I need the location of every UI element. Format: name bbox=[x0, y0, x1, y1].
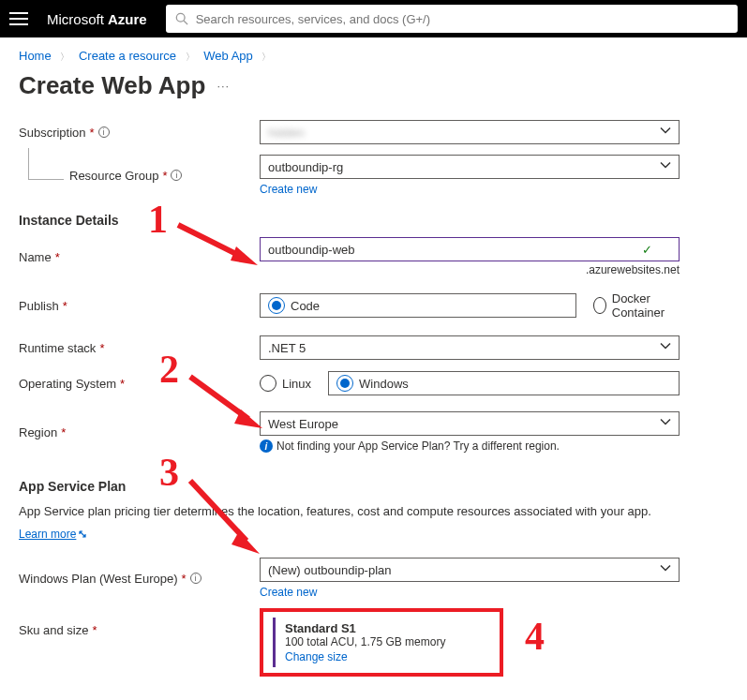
row-name: Name * outboundip-web ✓ .azurewebsites.n… bbox=[19, 237, 728, 276]
chevron-down-icon bbox=[660, 341, 671, 355]
name-input[interactable]: outboundip-web ✓ bbox=[260, 237, 680, 261]
label-sku: Sku and size bbox=[19, 623, 88, 637]
label-resource-group: Resource Group bbox=[69, 169, 158, 183]
more-actions-icon[interactable]: ··· bbox=[217, 79, 230, 93]
asp-description: App Service plan pricing tier determines… bbox=[19, 503, 728, 520]
required-icon: * bbox=[162, 169, 167, 183]
create-new-link[interactable]: Create new bbox=[260, 183, 317, 196]
chevron-right-icon: 〉 bbox=[261, 52, 271, 62]
search-icon bbox=[175, 12, 188, 25]
search-box[interactable] bbox=[166, 5, 738, 33]
radio-docker[interactable]: Docker Container bbox=[593, 291, 680, 320]
create-new-plan-link[interactable]: Create new bbox=[260, 586, 317, 599]
resource-group-select[interactable]: outboundip-rg bbox=[260, 155, 680, 179]
required-icon: * bbox=[63, 299, 67, 313]
region-select[interactable]: West Europe bbox=[260, 411, 680, 436]
row-os: Operating System * Linux Windows bbox=[19, 370, 728, 396]
runtime-select[interactable]: .NET 5 bbox=[260, 335, 680, 360]
change-size-link[interactable]: Change size bbox=[285, 650, 481, 663]
label-subscription: Subscription bbox=[19, 126, 86, 140]
label-os: Operating System bbox=[19, 377, 116, 391]
chevron-down-icon bbox=[660, 563, 671, 577]
subscription-select[interactable]: hidden bbox=[260, 120, 680, 144]
info-icon[interactable]: i bbox=[171, 170, 182, 181]
radio-dot-icon bbox=[268, 297, 285, 314]
brand: Microsoft Azure bbox=[47, 11, 147, 27]
hamburger-icon[interactable] bbox=[9, 9, 28, 28]
info-bubble-icon: i bbox=[260, 439, 273, 453]
page-title: Create Web App bbox=[19, 71, 205, 100]
row-subscription: Subscription * i hidden bbox=[19, 119, 728, 145]
indent-bracket bbox=[28, 148, 64, 180]
svg-line-1 bbox=[184, 21, 187, 24]
svg-point-0 bbox=[176, 13, 185, 22]
windows-plan-select[interactable]: (New) outboundip-plan bbox=[260, 558, 680, 582]
label-windows-plan: Windows Plan (West Europe) bbox=[19, 572, 178, 586]
row-windows-plan: Windows Plan (West Europe) * i (New) out… bbox=[19, 558, 728, 599]
external-link-icon bbox=[78, 529, 87, 539]
required-icon: * bbox=[182, 572, 187, 586]
info-icon[interactable]: i bbox=[190, 573, 202, 584]
sku-title: Standard S1 bbox=[285, 621, 481, 635]
radio-dot-icon bbox=[260, 375, 276, 392]
radio-linux[interactable]: Linux bbox=[260, 375, 311, 392]
sku-card: Standard S1 100 total ACU, 1.75 GB memor… bbox=[273, 618, 490, 667]
learn-more-link[interactable]: Learn more bbox=[19, 528, 87, 541]
section-app-service-plan: App Service Plan bbox=[19, 479, 728, 494]
radio-windows[interactable]: Windows bbox=[328, 371, 680, 395]
label-runtime: Runtime stack bbox=[19, 341, 96, 355]
name-suffix: .azurewebsites.net bbox=[260, 263, 680, 276]
search-input[interactable] bbox=[196, 12, 728, 26]
breadcrumb-web-app[interactable]: Web App bbox=[203, 49, 253, 63]
row-publish: Publish * Code Docker Container bbox=[19, 291, 728, 320]
radio-code[interactable]: Code bbox=[260, 293, 576, 318]
row-region: Region * West Europe iNot finding your A… bbox=[19, 411, 728, 453]
info-icon[interactable]: i bbox=[98, 127, 110, 138]
breadcrumb-create-resource[interactable]: Create a resource bbox=[79, 49, 176, 63]
label-name: Name bbox=[19, 250, 52, 264]
required-icon: * bbox=[120, 377, 125, 391]
required-icon: * bbox=[61, 425, 66, 439]
required-icon: * bbox=[55, 250, 60, 264]
breadcrumb-home[interactable]: Home bbox=[19, 49, 52, 63]
breadcrumb: Home 〉 Create a resource 〉 Web App 〉 bbox=[0, 37, 747, 67]
required-icon: * bbox=[90, 126, 95, 140]
row-sku: Sku and size * Standard S1 100 total ACU… bbox=[19, 608, 728, 677]
chevron-down-icon bbox=[660, 126, 671, 140]
sku-highlight-box: Standard S1 100 total ACU, 1.75 GB memor… bbox=[260, 608, 503, 677]
sku-detail: 100 total ACU, 1.75 GB memory bbox=[285, 635, 481, 648]
top-bar: Microsoft Azure bbox=[0, 0, 747, 37]
chevron-right-icon: 〉 bbox=[60, 52, 69, 62]
chevron-down-icon bbox=[660, 160, 671, 174]
required-icon: * bbox=[92, 623, 97, 637]
form: Subscription * i hidden Resource Group *… bbox=[0, 119, 747, 700]
page-title-row: Create Web App ··· bbox=[0, 67, 747, 119]
label-publish: Publish bbox=[19, 299, 59, 313]
row-runtime: Runtime stack * .NET 5 bbox=[19, 335, 728, 361]
radio-dot-icon bbox=[336, 375, 353, 392]
label-region: Region bbox=[19, 425, 57, 439]
check-icon: ✓ bbox=[642, 243, 652, 257]
required-icon: * bbox=[99, 341, 104, 355]
section-instance-details: Instance Details bbox=[19, 213, 728, 228]
radio-dot-icon bbox=[593, 297, 605, 314]
region-hint: iNot finding your App Service Plan? Try … bbox=[260, 439, 680, 453]
chevron-down-icon bbox=[660, 417, 671, 431]
chevron-right-icon: 〉 bbox=[186, 52, 195, 62]
row-resource-group: Resource Group * i outboundip-rg Create … bbox=[49, 155, 728, 196]
